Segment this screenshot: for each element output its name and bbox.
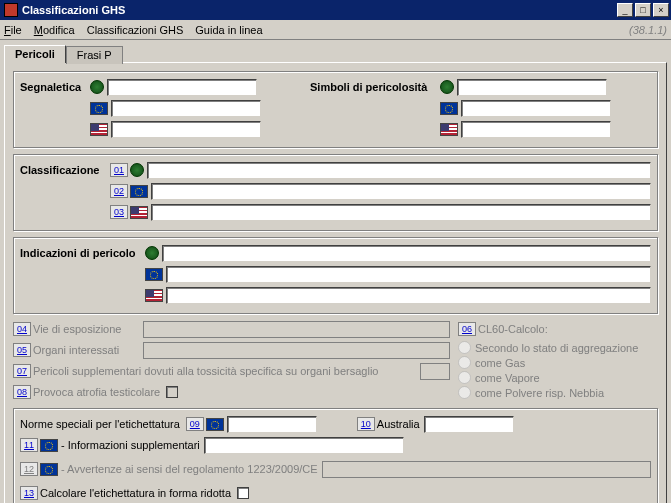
infosup-input[interactable] xyxy=(204,437,404,454)
organi-input xyxy=(143,342,450,359)
vie-input xyxy=(143,321,450,338)
window-title: Classificazioni GHS xyxy=(22,4,617,16)
idx-05[interactable]: 05 xyxy=(13,343,31,357)
app-icon xyxy=(4,3,18,17)
idx-08[interactable]: 08 xyxy=(13,385,31,399)
indicazioni-eu-input[interactable] xyxy=(166,266,651,283)
simboli-globe-input[interactable] xyxy=(457,79,607,96)
idx-12[interactable]: 12 xyxy=(20,462,38,476)
segnaletica-eu-input[interactable] xyxy=(111,100,261,117)
idx-07[interactable]: 07 xyxy=(13,364,31,378)
eu-flag-icon xyxy=(145,268,163,281)
idx-13[interactable]: 13 xyxy=(20,486,38,500)
menu-file[interactable]: File xyxy=(4,24,22,36)
radio-polvere[interactable]: come Polvere risp. Nebbia xyxy=(458,386,658,399)
menu-ghs[interactable]: Classificazioni GHS xyxy=(87,24,184,36)
organi-label: Organi interessati xyxy=(33,344,143,356)
us-flag-icon xyxy=(130,206,148,219)
us-flag-icon xyxy=(440,123,458,136)
tab-frasip[interactable]: Frasi P xyxy=(66,46,123,64)
indicazioni-globe-input[interactable] xyxy=(162,245,651,262)
radio-aggregazione[interactable]: Secondo lo stato di aggregazione xyxy=(458,341,658,354)
group-segnaletica: Segnaletica Simboli di pericolosit xyxy=(13,71,658,148)
australia-input[interactable] xyxy=(424,416,514,433)
us-flag-icon xyxy=(90,123,108,136)
segnaletica-globe-input[interactable] xyxy=(107,79,257,96)
norme-label: Norme speciali per l'etichettatura xyxy=(20,418,180,430)
group-classificazione: Classificazione 01 02 03 xyxy=(13,154,658,231)
idx-11[interactable]: 11 xyxy=(20,438,38,452)
radio-vapore[interactable]: come Vapore xyxy=(458,371,658,384)
classificazione-02-input[interactable] xyxy=(151,183,651,200)
menubar: File Modifica Classificazioni GHS Guida … xyxy=(0,20,671,40)
calcrid-label: Calcolare l'etichettatura in forma ridot… xyxy=(40,487,231,499)
idx-01[interactable]: 01 xyxy=(110,163,128,177)
globe-icon xyxy=(130,163,144,177)
cl60-radio-group: Secondo lo stato di aggregazione come Ga… xyxy=(458,341,658,399)
idx-06[interactable]: 06 xyxy=(458,322,476,336)
idx-04[interactable]: 04 xyxy=(13,322,31,336)
version-label: (38.1.1) xyxy=(629,24,667,36)
eu-flag-icon xyxy=(440,102,458,115)
classificazione-03-input[interactable] xyxy=(151,204,651,221)
idx-02[interactable]: 02 xyxy=(110,184,128,198)
eu-flag-icon xyxy=(130,185,148,198)
simboli-label: Simboli di pericolosità xyxy=(310,81,440,93)
simboli-us-input[interactable] xyxy=(461,121,611,138)
menu-edit[interactable]: Modifica xyxy=(34,24,75,36)
simboli-eu-input[interactable] xyxy=(461,100,611,117)
main-panel: Segnaletica Simboli di pericolosit xyxy=(4,62,667,503)
cl60-label: CL60-Calcolo: xyxy=(478,323,548,335)
indicazioni-us-input[interactable] xyxy=(166,287,651,304)
us-flag-icon xyxy=(145,289,163,302)
maximize-button[interactable]: □ xyxy=(635,3,651,17)
australia-label: Australia xyxy=(377,418,420,430)
globe-icon xyxy=(145,246,159,260)
eu-flag-icon xyxy=(206,418,224,431)
eu-flag-icon xyxy=(40,439,58,452)
calcrid-checkbox[interactable] xyxy=(237,487,249,499)
provoca-label: Provoca atrofia testicolare xyxy=(33,386,160,398)
indicazioni-label: Indicazioni di pericolo xyxy=(20,247,145,259)
segnaletica-us-input[interactable] xyxy=(111,121,261,138)
radio-gas[interactable]: come Gas xyxy=(458,356,658,369)
globe-icon xyxy=(90,80,104,94)
perisup-input xyxy=(420,363,450,380)
close-button[interactable]: × xyxy=(653,3,669,17)
classificazione-01-input[interactable] xyxy=(147,162,651,179)
idx-09[interactable]: 09 xyxy=(186,417,204,431)
menu-help[interactable]: Guida in linea xyxy=(195,24,262,36)
group-indicazioni: Indicazioni di pericolo xyxy=(13,237,658,314)
eu-flag-icon xyxy=(40,463,58,476)
idx-10[interactable]: 10 xyxy=(357,417,375,431)
avvert-input xyxy=(322,461,651,478)
infosup-label: - Informazioni supplementari xyxy=(61,439,200,451)
classificazione-label: Classificazione xyxy=(20,164,110,176)
minimize-button[interactable]: _ xyxy=(617,3,633,17)
segnaletica-label: Segnaletica xyxy=(20,81,90,93)
vie-label: Vie di esposizione xyxy=(33,323,143,335)
norme-eu-input[interactable] xyxy=(227,416,317,433)
group-norme: Norme speciali per l'etichettatura 09 10… xyxy=(13,408,658,503)
perisup-label: Pericoli supplementari dovuti alla tossi… xyxy=(33,365,420,377)
idx-03[interactable]: 03 xyxy=(110,205,128,219)
globe-icon xyxy=(440,80,454,94)
eu-flag-icon xyxy=(90,102,108,115)
provoca-checkbox xyxy=(166,386,178,398)
avvert-label: - Avvertenze ai sensi del regolamento 12… xyxy=(61,463,318,475)
tab-pericoli[interactable]: Pericoli xyxy=(4,45,66,63)
tabstrip: Pericoli Frasi P xyxy=(0,40,671,62)
titlebar: Classificazioni GHS _ □ × xyxy=(0,0,671,20)
